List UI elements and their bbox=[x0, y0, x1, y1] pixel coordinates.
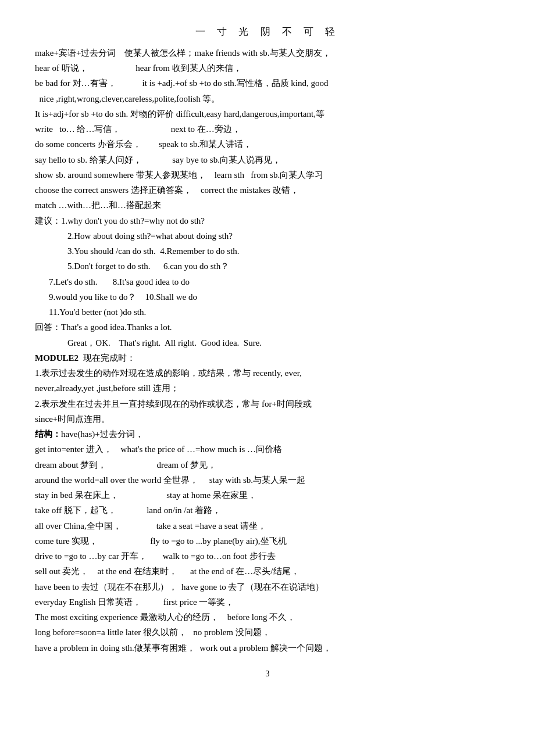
line-14: 3.You should /can do sth. 4.Remember to … bbox=[35, 243, 500, 259]
line-10: choose the correct answers 选择正确答案， corre… bbox=[35, 182, 500, 198]
page-number: 3 bbox=[35, 667, 500, 682]
structure-label: 结构： bbox=[35, 429, 61, 439]
line-20: Great，OK. That's right. All right. Good … bbox=[35, 335, 500, 350]
line-3: be bad for 对…有害， it is +adj.+of sb +to d… bbox=[35, 76, 500, 91]
line-15: 5.Don't forget to do sth. 6.can you do s… bbox=[35, 259, 500, 274]
line-1: make+宾语+过去分词 使某人被怎么样；make friends with s… bbox=[35, 45, 500, 60]
line-2: hear of 听说， hear from 收到某人的来信， bbox=[35, 60, 500, 76]
line-4: nice ,right,wrong,clever,careless,polite… bbox=[35, 91, 500, 106]
line-31: take off 脱下，起飞， land on/in /at 着路， bbox=[35, 503, 500, 518]
line-37: everyday English 日常英语， first price 一等奖， bbox=[35, 594, 500, 610]
line-36: have been to 去过（现在不在那儿）， have gone to 去了… bbox=[35, 579, 500, 594]
line-17: 9.would you like to do？ 10.Shall we do bbox=[35, 289, 500, 304]
line-35: sell out 卖光， at the end 在结束时， at the end… bbox=[35, 564, 500, 579]
page-title: 一 寸 光 阴 不 可 轻 bbox=[35, 23, 500, 41]
line-5: It is+adj+for sb +to do sth. 对物的评价 diffi… bbox=[35, 106, 500, 121]
line-24: 2.表示发生在过去并且一直持续到现在的动作或状态，常与 for+时间段或 bbox=[35, 396, 500, 411]
line-32: all over China,全中国， take a seat =have a … bbox=[35, 518, 500, 533]
line-28: dream about 梦到， dream of 梦见， bbox=[35, 457, 500, 472]
line-16: 7.Let's do sth. 8.It'sa good idea to do bbox=[35, 274, 500, 289]
line-23: never,already,yet ,just,before still 连用； bbox=[35, 381, 500, 396]
line-9: show sb. around somewhere 带某人参观某地， learn… bbox=[35, 167, 500, 182]
line-29: around the world=all over the world 全世界，… bbox=[35, 472, 500, 488]
line-6: write to… 给…写信， next to 在…旁边， bbox=[35, 121, 500, 137]
line-18: 11.You'd better (not )do sth. bbox=[35, 304, 500, 320]
line-26: 结构：have(has)+过去分词， bbox=[35, 427, 500, 442]
line-7: do some concerts 办音乐会， speak to sb.和某人讲话… bbox=[35, 137, 500, 152]
line-27: get into=enter 进入， what's the price of …… bbox=[35, 442, 500, 457]
line-13: 2.How about doing sth?=what about doing … bbox=[35, 228, 500, 243]
line-22: 1.表示过去发生的动作对现在造成的影响，或结果，常与 recently, eve… bbox=[35, 366, 500, 381]
line-39: long before=soon=a little later 很久以前， no… bbox=[35, 625, 500, 640]
line-21: MODULE2 现在完成时： bbox=[35, 350, 500, 366]
page-container: 一 寸 光 阴 不 可 轻 make+宾语+过去分词 使某人被怎么样；make … bbox=[35, 23, 500, 681]
line-34: drive to =go to …by car 开车， walk to =go … bbox=[35, 549, 500, 564]
module2-label: MODULE2 bbox=[35, 353, 79, 363]
line-33: come ture 实现， fly to =go to ...by plane(… bbox=[35, 533, 500, 549]
line-40: have a problem in doing sth.做某事有困难， work… bbox=[35, 640, 500, 655]
line-12: 建议：1.why don't you do sth?=why not do st… bbox=[35, 213, 500, 228]
line-8: say hello to sb. 给某人问好， say bye to sb.向某… bbox=[35, 152, 500, 167]
line-30: stay in bed 呆在床上， stay at home 呆在家里， bbox=[35, 488, 500, 503]
line-19: 回答：That's a good idea.Thanks a lot. bbox=[35, 320, 500, 335]
line-38: The most exciting experience 最激动人心的经历， b… bbox=[35, 610, 500, 625]
line-11: match …with…把…和…搭配起来 bbox=[35, 198, 500, 213]
line-25: since+时间点连用。 bbox=[35, 411, 500, 427]
